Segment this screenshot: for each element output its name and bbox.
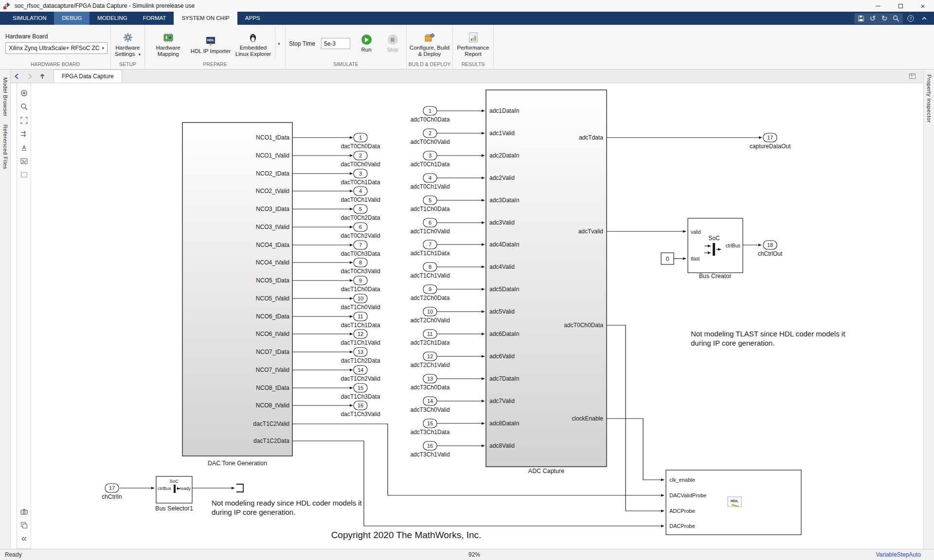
inport-adcT2Ch1Valid[interactable]: 12adcT2Ch1Valid — [410, 352, 485, 368]
maximize-icon — [898, 4, 903, 8]
embedded-linux-explorer-button[interactable]: Embedded Linux Explorer — [233, 30, 274, 57]
wire-dacT1C2Valid-to-DACValidProbe[interactable] — [292, 424, 664, 495]
outport-dacT1Ch0Valid[interactable]: 10dacT1Ch0Valid — [292, 294, 380, 311]
outport-dacT0Ch1Valid[interactable]: 4dacT0Ch1Valid — [292, 187, 380, 203]
outport-dacT1Ch0Data[interactable]: 9dacT1Ch0Data — [292, 276, 380, 293]
ready-terminator[interactable] — [192, 484, 243, 492]
annotation-icon[interactable]: A — [18, 141, 30, 153]
property-inspector-tab[interactable]: Property Inspector — [926, 74, 932, 122]
layout-grid-icon[interactable] — [906, 70, 918, 83]
svg-text:SoC: SoC — [708, 235, 720, 242]
outport-dacT0Ch0Data[interactable]: 1dacT0Ch0Data — [292, 133, 380, 150]
outport-chCtrlOut[interactable]: 18chCtrlOut — [743, 241, 783, 257]
svg-text:17: 17 — [109, 485, 115, 491]
outport-dacT1Ch1Valid[interactable]: 12dacT1Ch1Valid — [292, 330, 380, 346]
outport-dacT0Ch3Data[interactable]: 7dacT0Ch3Data — [292, 241, 380, 257]
svg-text:12: 12 — [358, 331, 363, 337]
inport-chCtrlIn[interactable]: 17chCtrlIn — [102, 484, 154, 500]
hardware-board-label: Hardware Board — [5, 33, 105, 40]
embedded-linux-explorer-label: Embedded Linux Explorer — [233, 45, 274, 57]
ribbon-tab-simulation[interactable]: SIMULATION — [5, 12, 54, 25]
hardware-board-select[interactable]: Xilinx Zynq UltraScale+ RFSoC ZC... ▾ — [5, 42, 108, 54]
outport-dacT0Ch2Data[interactable]: 5dacT0Ch2Data — [292, 205, 380, 221]
configure-build-deploy-button[interactable]: Configure, Build & Deploy — [409, 30, 450, 57]
redo-icon[interactable]: ↻ — [879, 13, 890, 24]
inport-adcT3Ch1Valid[interactable]: 16adcT3Ch1Valid — [410, 441, 485, 458]
zoom-icon[interactable] — [18, 101, 30, 112]
navigate-up-button[interactable] — [36, 70, 49, 83]
ribbon-tab-modeling[interactable]: MODELING — [90, 12, 135, 25]
viewmarks-icon[interactable] — [18, 506, 30, 517]
inport-adcT3Ch1Data[interactable]: 15adcT3Ch1Data — [411, 419, 485, 436]
solver-indicator[interactable]: VariableStepAuto — [876, 549, 921, 560]
minimize-ribbon-icon[interactable] — [918, 13, 930, 24]
outport-dacT1Ch2Valid[interactable]: 14dacT1Ch2Valid — [292, 366, 380, 382]
outport-dacT0Ch2Valid[interactable]: 6dacT0Ch2Valid — [292, 223, 380, 239]
performance-report-button[interactable]: Performance Report — [455, 30, 491, 57]
prepare-gallery-expander[interactable]: ▾ — [275, 26, 283, 61]
annotation-2[interactable]: Not modeling ready since HDL coder model… — [212, 499, 362, 516]
outport-dacT1Ch1Data[interactable]: 11dacT1Ch1Data — [292, 312, 380, 329]
image-icon[interactable] — [18, 155, 30, 167]
inport-adcT1Ch0Data[interactable]: 5adcT1Ch0Data — [411, 196, 485, 212]
maximize-button[interactable] — [889, 0, 912, 12]
inport-adcT1Ch1Data[interactable]: 7adcT1Ch1Data — [411, 240, 485, 257]
ribbon-tab-debug[interactable]: DEBUG — [54, 12, 90, 25]
close-button[interactable]: × — [912, 0, 934, 12]
svg-text:A: A — [22, 144, 26, 150]
outport-dacT1Ch3Valid[interactable]: 16dacT1Ch3Valid — [292, 401, 380, 418]
help-icon[interactable]: ? — [905, 13, 916, 24]
outport-dacT1Ch2Data[interactable]: 13dacT1Ch2Data — [292, 348, 380, 364]
svg-text:DACProbe: DACProbe — [669, 523, 695, 529]
inport-adcT3Ch0Valid[interactable]: 14adcT3Ch0Valid — [410, 397, 485, 413]
back-button[interactable] — [11, 70, 23, 83]
hardware-settings-button[interactable]: Hardware Settings ▾ — [113, 30, 142, 58]
collapse-icon[interactable] — [18, 533, 30, 544]
inport-adcT2Ch1Data[interactable]: 11adcT2Ch1Data — [411, 330, 485, 346]
outport-captureDataOut[interactable]: 17captureDataOut — [750, 133, 791, 150]
stop-time-input[interactable] — [321, 38, 350, 49]
hdl-ip-importer-button[interactable]: HDL HDL IP Importer — [190, 33, 231, 54]
undo-icon[interactable]: ↺ — [867, 13, 879, 24]
outport-dacT0Ch1Data[interactable]: 3dacT0Ch1Data — [292, 169, 380, 186]
minimize-button[interactable] — [867, 0, 889, 12]
model-browser-tab[interactable]: Model Browser — [2, 77, 8, 117]
annotation-1[interactable]: Not modeling TLAST since HDL coder model… — [691, 330, 845, 347]
outport-dacT0Ch0Valid[interactable]: 2dacT0Ch0Valid — [292, 151, 380, 168]
copyright-annotation[interactable]: Copyright 2020 The MathWorks, Inc. — [331, 530, 482, 540]
probe-block[interactable]: clk_enableDACValidProbeADCProbeDACProbeH… — [666, 470, 801, 535]
adc-capture-block[interactable]: adc1DataInadc1Validadc2DataInadc2Validad… — [486, 90, 607, 474]
inport-adcT0Ch0Data[interactable]: 1adcT0Ch0Data — [411, 106, 485, 123]
outport-dacT0Ch3Valid[interactable]: 8dacT0Ch3Valid — [292, 258, 380, 275]
wire-dacT1C2Data-to-DACProbe[interactable] — [292, 441, 664, 526]
explore-icon[interactable] — [18, 87, 30, 99]
fit-to-view-icon[interactable] — [18, 114, 30, 126]
inport-adcT0Ch1Valid[interactable]: 4adcT0Ch1Valid — [410, 174, 485, 190]
bus-creator-block[interactable]: SoCvalidtlastctrlBusBus Creator — [688, 218, 743, 280]
model-tab[interactable]: FPGA Data Capture — [54, 70, 122, 83]
outport-dacT1Ch3Data[interactable]: 15dacT1Ch3Data — [292, 384, 380, 400]
inport-adcT1Ch0Valid[interactable]: 6adcT1Ch0Valid — [410, 218, 485, 235]
inport-adcT2Ch0Data[interactable]: 9adcT2Ch0Data — [411, 285, 485, 301]
wire-adcT0Ch0Data-to-ADCProbe[interactable] — [607, 325, 664, 511]
ribbon-tab-format[interactable]: FORMAT — [135, 12, 174, 25]
referenced-files-tab[interactable]: Referenced Files — [2, 124, 8, 169]
area-icon[interactable] — [18, 169, 30, 180]
search-icon[interactable] — [890, 13, 902, 24]
dac-tone-generation-block[interactable]: NCO1_tDataNCO1_tValidNCO2_tDataNCO2_tVal… — [182, 122, 292, 467]
inport-adcT0Ch0Valid[interactable]: 2adcT0Ch0Valid — [410, 129, 485, 145]
save-icon[interactable] — [855, 13, 867, 24]
bus-selector-block[interactable]: SoCctrlBusreadyBus Selector1 — [155, 476, 193, 512]
run-button[interactable]: Run — [356, 35, 377, 52]
constant-block[interactable]: 0 — [661, 253, 686, 264]
signal-arrows-icon[interactable] — [18, 128, 30, 140]
layers-icon[interactable] — [18, 519, 30, 531]
inport-adcT1Ch1Valid[interactable]: 8adcT1Ch1Valid — [410, 262, 485, 279]
hardware-mapping-button[interactable]: Hardware Mapping — [147, 30, 189, 57]
ribbon-tab-apps[interactable]: APPS — [237, 12, 268, 25]
inport-adcT2Ch0Valid[interactable]: 10adcT2Ch0Valid — [410, 307, 485, 324]
inport-adcT3Ch0Data[interactable]: 13adcT3Ch0Data — [411, 374, 485, 391]
inport-adcT0Ch1Data[interactable]: 3adcT0Ch1Data — [411, 151, 485, 168]
wire-clockEnable-to-clk_enable[interactable] — [607, 419, 664, 480]
ribbon-tab-system-on-chip[interactable]: SYSTEM ON CHIP — [174, 12, 237, 25]
